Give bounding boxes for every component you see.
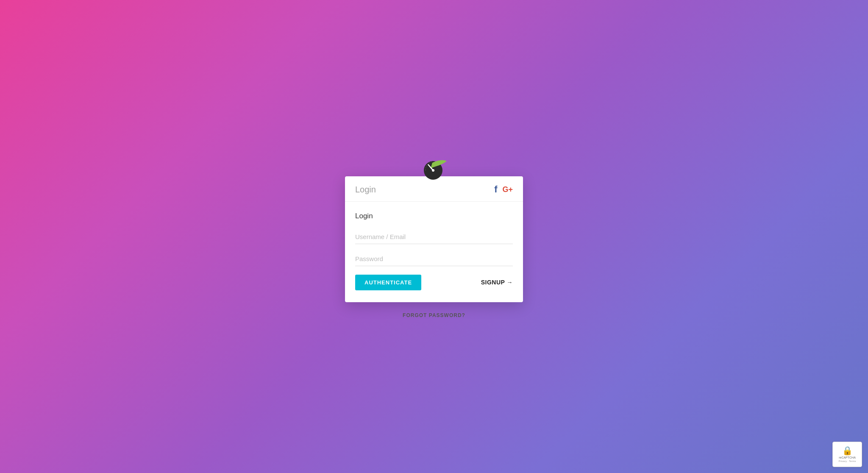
form-title: Login: [355, 212, 513, 220]
logo-area: [420, 155, 448, 184]
form-actions: AUTHENTICATE SIGNUP →: [355, 275, 513, 290]
login-card: Login f G+ Login AUTHENTICATE SIGNUP →: [345, 176, 523, 302]
login-wrapper: Login f G+ Login AUTHENTICATE SIGNUP → F…: [345, 155, 523, 318]
authenticate-button[interactable]: AUTHENTICATE: [355, 275, 421, 290]
google-login-button[interactable]: G+: [502, 186, 513, 193]
recaptcha-text: reCAPTCHA: [839, 456, 856, 459]
recaptcha-links: Privacy · Terms: [839, 460, 856, 462]
app-logo: [420, 155, 448, 182]
signup-link[interactable]: SIGNUP →: [481, 279, 513, 286]
recaptcha-badge: 🔒 reCAPTCHA Privacy · Terms: [832, 442, 862, 467]
card-body: Login AUTHENTICATE SIGNUP →: [345, 202, 523, 302]
username-email-input[interactable]: [355, 230, 513, 244]
password-input[interactable]: [355, 252, 513, 266]
recaptcha-privacy-link[interactable]: Privacy: [839, 460, 847, 462]
card-header-title: Login: [355, 185, 376, 195]
svg-point-2: [432, 169, 434, 172]
recaptcha-terms-link[interactable]: Terms: [849, 460, 856, 462]
recaptcha-logo-icon: 🔒: [842, 446, 853, 455]
social-buttons: f G+: [494, 185, 513, 194]
facebook-login-button[interactable]: f: [494, 185, 497, 194]
forgot-password-link[interactable]: FORGOT PASSWORD?: [403, 312, 465, 318]
